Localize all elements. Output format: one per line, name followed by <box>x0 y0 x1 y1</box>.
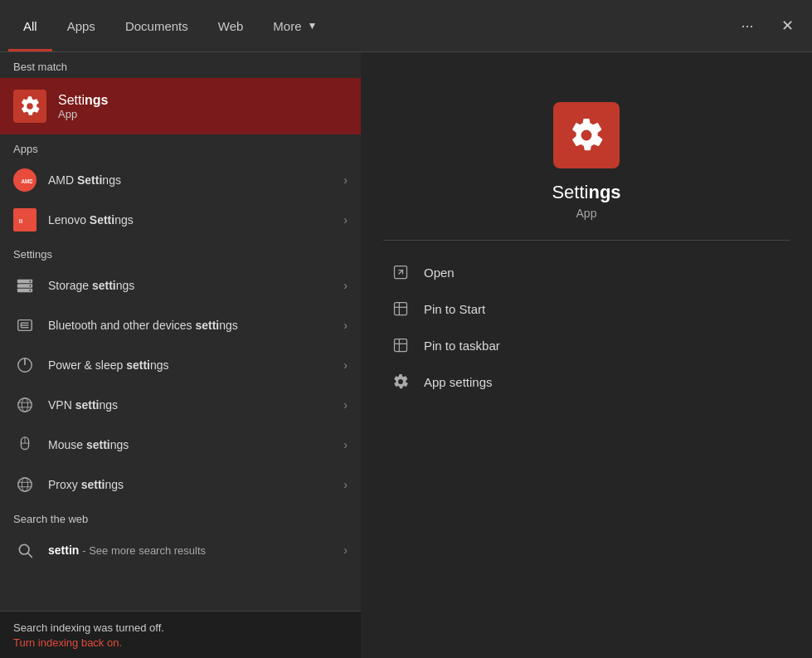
svg-point-17 <box>18 398 32 412</box>
tab-web[interactable]: Web <box>203 0 259 51</box>
tab-apps-label: Apps <box>67 19 95 33</box>
proxy-chevron-icon: › <box>343 478 348 491</box>
pin-start-svg-icon <box>392 300 409 317</box>
settings-gear-large-icon <box>568 117 605 154</box>
list-item-storage[interactable]: Storage settings › <box>0 266 361 305</box>
app-settings-action[interactable]: App settings <box>377 363 795 400</box>
storage-svg-icon <box>16 276 34 295</box>
best-match-title: Settings <box>58 93 108 108</box>
storage-icon <box>13 274 36 297</box>
svg-point-25 <box>22 478 27 492</box>
vpn-chevron-icon: › <box>343 398 348 412</box>
proxy-svg-icon <box>16 475 34 494</box>
pin-start-action[interactable]: Pin to Start <box>377 290 795 327</box>
list-item-bluetooth[interactable]: Bluetooth and other devices settings › <box>0 305 361 345</box>
pin-taskbar-svg-icon <box>392 337 409 353</box>
tab-web-label: Web <box>218 19 244 33</box>
list-item-bluetooth-text: Bluetooth and other devices settings <box>48 319 332 332</box>
left-panel: Best match Settings App Apps AMD AMD Set… <box>0 52 361 658</box>
svg-rect-32 <box>395 303 407 315</box>
bottom-bar: Search indexing was turned off. Turn ind… <box>0 611 361 658</box>
amd-chevron-icon: › <box>343 173 348 187</box>
power-icon <box>13 353 36 377</box>
lenovo-logo-icon: ||| <box>17 212 32 227</box>
tab-documents-label: Documents <box>125 19 188 33</box>
more-options-button[interactable]: ··· <box>731 9 764 42</box>
settings-section-label: Settings <box>0 240 361 266</box>
search-web-sub-text: - See more search results <box>82 544 206 557</box>
vpn-svg-icon <box>16 396 34 414</box>
search-web-icon <box>13 539 36 562</box>
mouse-icon <box>13 433 36 456</box>
tab-more[interactable]: More ▼ <box>258 0 332 51</box>
amd-logo-icon: AMD <box>17 173 32 188</box>
list-item-vpn-text: VPN settings <box>48 398 332 412</box>
open-label: Open <box>424 266 455 280</box>
best-match-text: Settings App <box>58 93 108 120</box>
indexing-status-text: Search indexing was turned off. <box>13 621 164 634</box>
pin-taskbar-icon <box>391 335 411 355</box>
proxy-icon <box>13 473 36 496</box>
search-web-label: Search the web <box>0 504 361 530</box>
list-item-power[interactable]: Power & sleep settings › <box>0 345 361 385</box>
search-web-text: settin - See more search results <box>48 543 332 557</box>
open-icon <box>391 262 411 282</box>
list-item-lenovo[interactable]: ||| Lenovo Settings › <box>0 200 361 240</box>
power-svg-icon <box>16 356 34 374</box>
apps-section-label: Apps <box>0 134 361 160</box>
tab-documents[interactable]: Documents <box>110 0 203 51</box>
open-action[interactable]: Open <box>377 254 795 290</box>
svg-point-24 <box>18 478 32 492</box>
lenovo-chevron-icon: › <box>343 213 348 227</box>
more-dots-icon: ··· <box>741 17 753 35</box>
turn-indexing-on-link[interactable]: Turn indexing back on. <box>13 636 122 649</box>
open-svg-icon <box>392 264 409 280</box>
pin-taskbar-label: Pin to taskbar <box>424 339 500 353</box>
list-item-proxy-text: Proxy settings <box>48 478 332 491</box>
chevron-down-icon: ▼ <box>308 20 318 32</box>
settings-app-icon <box>13 90 46 123</box>
svg-point-8 <box>30 285 32 287</box>
vpn-icon <box>13 393 36 417</box>
list-item-proxy[interactable]: Proxy settings › <box>0 465 361 504</box>
search-web-item[interactable]: settin - See more search results › <box>0 530 361 570</box>
app-settings-icon <box>391 372 411 392</box>
list-item-amd[interactable]: AMD AMD Settings › <box>0 160 361 200</box>
gear-icon <box>19 95 41 117</box>
best-match-label: Best match <box>0 52 361 78</box>
list-item-vpn[interactable]: VPN settings › <box>0 385 361 425</box>
list-item-mouse[interactable]: Mouse settings › <box>0 425 361 465</box>
tab-more-label: More <box>273 19 301 33</box>
pin-start-icon <box>391 299 411 319</box>
tab-all[interactable]: All <box>8 0 52 51</box>
tab-apps[interactable]: Apps <box>52 0 110 51</box>
svg-point-18 <box>22 398 27 412</box>
tab-bar: All Apps Documents Web More ▼ ··· ✕ <box>0 0 812 52</box>
search-query-text: settin <box>48 543 79 557</box>
svg-point-7 <box>30 280 32 282</box>
search-web-chevron-icon: › <box>343 543 348 557</box>
svg-point-9 <box>30 290 32 291</box>
bluetooth-icon <box>13 314 36 337</box>
tab-actions: ··· ✕ <box>731 9 804 42</box>
app-settings-label: App settings <box>424 375 493 389</box>
best-match-item[interactable]: Settings App <box>0 78 361 134</box>
power-chevron-icon: › <box>343 358 348 372</box>
bluetooth-svg-icon <box>16 316 34 334</box>
right-panel: Settings App Open <box>361 52 812 658</box>
svg-text:|||: ||| <box>19 218 23 223</box>
divider <box>383 240 790 241</box>
svg-line-29 <box>28 553 32 558</box>
pin-taskbar-action[interactable]: Pin to taskbar <box>377 327 795 363</box>
list-item-storage-text: Storage settings <box>48 279 332 292</box>
lenovo-icon: ||| <box>13 208 36 232</box>
mouse-chevron-icon: › <box>343 438 348 451</box>
bluetooth-chevron-icon: › <box>343 319 348 332</box>
svg-line-31 <box>399 271 403 275</box>
list-item-mouse-text: Mouse settings <box>48 438 332 451</box>
main-content: Best match Settings App Apps AMD AMD Set… <box>0 52 812 658</box>
app-settings-svg-icon <box>392 373 409 390</box>
storage-chevron-icon: › <box>343 279 348 292</box>
close-button[interactable]: ✕ <box>771 9 804 42</box>
mouse-svg-icon <box>16 436 34 454</box>
